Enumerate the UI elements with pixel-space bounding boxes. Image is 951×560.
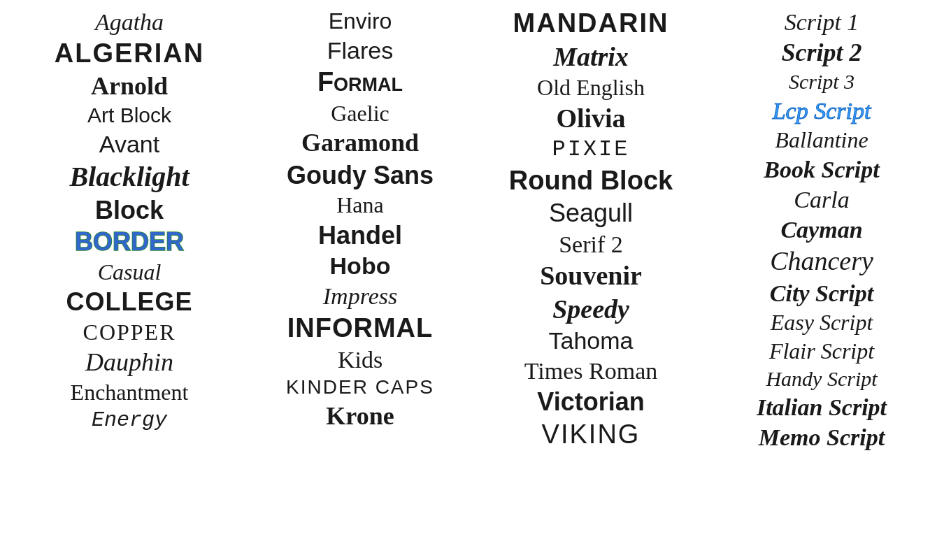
font-item[interactable]: PIXIE	[552, 136, 629, 164]
font-item[interactable]: Serif 2	[559, 229, 623, 259]
font-item[interactable]: Script 2	[781, 37, 861, 69]
font-item[interactable]: Casual	[98, 258, 162, 287]
font-item[interactable]: Formal	[317, 66, 403, 99]
font-item[interactable]: Flair Script	[769, 337, 874, 366]
font-item[interactable]: Enviro	[329, 7, 392, 36]
font-item[interactable]: Times Roman	[524, 356, 658, 386]
font-item[interactable]: Round Block	[509, 164, 673, 198]
font-item[interactable]: City Script	[770, 278, 873, 308]
font-item[interactable]: Garamond	[301, 127, 419, 159]
font-item[interactable]: Carla	[794, 185, 849, 215]
font-item[interactable]: Kids	[338, 345, 382, 375]
font-item[interactable]: COLLEGE	[66, 286, 192, 317]
font-item[interactable]: Easy Script	[771, 308, 873, 337]
font-column-4: Script 1Script 2Script 3Lcp ScriptBallan…	[706, 7, 937, 452]
font-item[interactable]: Avant	[99, 129, 159, 159]
font-item[interactable]: Dauphin	[85, 347, 173, 378]
font-item[interactable]: Cayman	[780, 215, 862, 245]
font-item[interactable]: Art Block	[87, 102, 171, 129]
font-item[interactable]: Book Script	[764, 155, 879, 185]
font-column-3: MANDARINMatrixOld EnglishOliviaPIXIERoun…	[476, 7, 706, 452]
font-item[interactable]: Chancery	[770, 245, 873, 278]
font-item[interactable]: COPPER	[83, 318, 176, 347]
font-item[interactable]: Old English	[537, 73, 645, 102]
font-item[interactable]: Hobo	[330, 251, 391, 281]
font-item[interactable]: BORDER	[75, 226, 184, 257]
font-item[interactable]: MANDARIN	[513, 7, 669, 41]
font-item[interactable]: Victorian	[537, 386, 644, 417]
font-item[interactable]: Goudy Sans	[287, 159, 434, 191]
font-item[interactable]: ALGERIAN	[55, 37, 204, 71]
font-item[interactable]: Ballantine	[775, 126, 868, 155]
font-item[interactable]: Handel	[318, 220, 402, 251]
font-item[interactable]: INFORMAL	[287, 312, 434, 345]
font-item[interactable]: Handy Script	[766, 366, 877, 393]
font-column-1: AgathaALGERIANArnoldArt BlockAvantBlackl…	[14, 7, 245, 452]
font-item[interactable]: Script 1	[785, 7, 859, 37]
font-item[interactable]: VIKING	[542, 418, 641, 452]
font-item[interactable]: Tahoma	[549, 326, 634, 356]
font-item[interactable]: Enchantment	[71, 378, 189, 407]
font-item[interactable]: Script 3	[789, 69, 855, 96]
font-item[interactable]: Lcp Script	[773, 96, 871, 126]
font-item[interactable]: Impress	[323, 281, 397, 311]
font-item[interactable]: Hana	[336, 191, 384, 220]
font-list-grid: AgathaALGERIANArnoldArt BlockAvantBlackl…	[14, 7, 937, 452]
font-item[interactable]: Arnold	[91, 71, 168, 102]
font-item[interactable]: Gaelic	[331, 99, 389, 128]
font-item[interactable]: Matrix	[553, 41, 629, 74]
font-column-2: EnviroFlaresFormalGaelicGaramondGoudy Sa…	[245, 7, 476, 452]
font-item[interactable]: Energy	[92, 407, 167, 434]
font-item[interactable]: Blacklight	[69, 159, 189, 194]
font-item[interactable]: Agatha	[95, 7, 164, 37]
font-item[interactable]: Souvenir	[540, 259, 642, 293]
font-item[interactable]: Speedy	[552, 293, 629, 326]
font-item[interactable]: Flares	[327, 36, 393, 66]
font-item[interactable]: Krone	[326, 401, 394, 432]
font-item[interactable]: KINDER CAPS	[286, 375, 434, 400]
font-item[interactable]: Block	[95, 194, 164, 226]
font-item[interactable]: Memo Script	[759, 422, 885, 452]
font-item[interactable]: Olivia	[556, 102, 625, 136]
font-item[interactable]: Italian Script	[757, 392, 887, 422]
font-item[interactable]: Seagull	[549, 197, 633, 229]
